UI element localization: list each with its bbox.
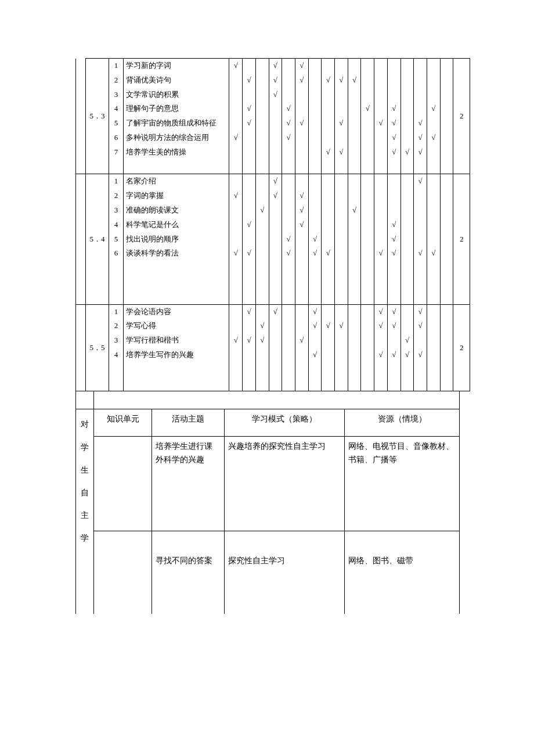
check-cell (335, 304, 348, 319)
check-cell: √ (282, 116, 295, 131)
check-cell (322, 59, 335, 73)
cell-act: 培养学生进行课外科学的兴趣 (152, 437, 225, 531)
check-cell (295, 246, 308, 261)
check-cell (440, 88, 453, 102)
check-cell (255, 218, 269, 232)
pad-cell (229, 261, 243, 275)
check-cell: √ (269, 174, 282, 189)
check-cell (414, 59, 427, 73)
cell-res: 网络、图书、磁带 (345, 531, 460, 614)
check-cell: √ (387, 348, 400, 362)
check-cell (269, 218, 282, 232)
table-row: 3准确的朗读课文√√√ (76, 203, 470, 218)
check-cell: √ (308, 304, 322, 319)
check-cell: √ (229, 189, 243, 203)
pad-cell (282, 377, 295, 391)
pad-cell (427, 362, 441, 377)
cell-act: 寻找不同的答案 (152, 531, 225, 614)
check-cell (295, 174, 308, 189)
check-cell (322, 232, 335, 247)
check-cell: √ (427, 102, 441, 116)
vertical-label-char: 自 (80, 481, 90, 504)
check-cell (348, 88, 361, 102)
check-cell (400, 88, 414, 102)
check-cell (361, 145, 374, 160)
pad-cell (348, 275, 361, 290)
check-cell (361, 203, 374, 218)
row-desc: 学会论语内容 (123, 304, 229, 319)
check-cell (335, 174, 348, 189)
check-cell (374, 174, 388, 189)
check-cell: √ (400, 145, 414, 160)
check-cell (282, 174, 295, 189)
pad-cell (335, 290, 348, 304)
blank-row (76, 391, 460, 409)
row-number: 2 (109, 189, 124, 203)
check-cell: √ (335, 116, 348, 131)
check-cell (282, 59, 295, 73)
check-cell (427, 59, 441, 73)
pad-cell (414, 377, 427, 391)
check-cell: √ (335, 145, 348, 160)
pad-cell (322, 377, 335, 391)
check-cell: √ (295, 59, 308, 73)
check-cell: √ (322, 246, 335, 261)
pad-cell (440, 261, 453, 275)
check-cell: √ (427, 131, 441, 145)
table-row: 4科学笔记是什么√√√ (76, 218, 470, 232)
pad-cell (427, 290, 441, 304)
pad-cell (361, 261, 374, 275)
row-desc: 培养学生写作的兴趣 (123, 348, 229, 362)
check-cell (361, 88, 374, 102)
check-cell: √ (243, 304, 256, 319)
check-cell (308, 333, 322, 348)
check-cell (322, 116, 335, 131)
pad-cell (387, 275, 400, 290)
check-cell (229, 73, 243, 88)
table-row: 3文学常识的积累√ (76, 88, 470, 102)
row-desc: 学写心得 (123, 319, 229, 333)
check-cell: √ (361, 102, 374, 116)
check-cell: √ (322, 73, 335, 88)
pad-cell (400, 362, 414, 377)
check-cell (387, 88, 400, 102)
check-cell (269, 348, 282, 362)
pad-cell (414, 275, 427, 290)
check-cell (322, 218, 335, 232)
pad-cell (295, 377, 308, 391)
check-cell: √ (295, 333, 308, 348)
check-cell (440, 333, 453, 348)
check-cell (400, 319, 414, 333)
pad-cell (414, 261, 427, 275)
check-cell (322, 102, 335, 116)
pad-cell (374, 160, 388, 174)
check-cell (440, 73, 453, 88)
row-number: 3 (109, 333, 124, 348)
check-cell (322, 203, 335, 218)
bottom-row: 培养学生进行课外科学的兴趣 兴趣培养的探究性自主学习 网络、电视节目、音像教材、… (76, 437, 460, 531)
pad-cell (229, 362, 243, 377)
vertical-label: 对学生自主学 (76, 409, 94, 614)
check-cell: √ (414, 116, 427, 131)
pad-cell (335, 362, 348, 377)
pad-cell (308, 261, 322, 275)
check-cell (308, 88, 322, 102)
pad-cell (335, 377, 348, 391)
check-cell (243, 131, 256, 145)
check-cell (282, 304, 295, 319)
pad-cell (229, 290, 243, 304)
check-cell: √ (414, 174, 427, 189)
check-cell (427, 232, 441, 247)
check-cell (322, 333, 335, 348)
vertical-label-char: 主 (80, 504, 90, 527)
check-cell (255, 189, 269, 203)
table-row (76, 362, 470, 377)
check-cell (400, 304, 414, 319)
check-cell (427, 73, 441, 88)
check-cell: √ (255, 319, 269, 333)
cell-ku (93, 531, 151, 614)
pad-cell (269, 377, 282, 391)
check-cell: √ (387, 304, 400, 319)
check-cell (255, 116, 269, 131)
check-cell (400, 246, 414, 261)
